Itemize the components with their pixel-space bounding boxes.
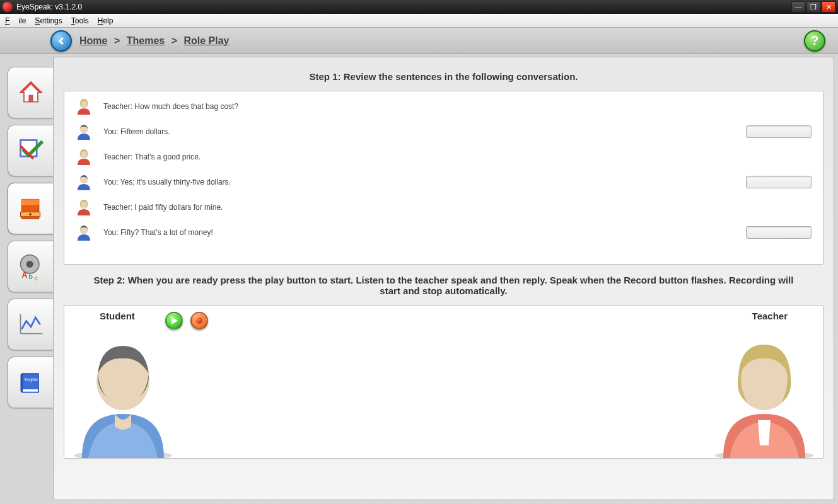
- student-avatar-large: [69, 332, 177, 458]
- menu-tools[interactable]: Tools: [71, 16, 89, 25]
- svg-text:English: English: [24, 377, 37, 382]
- svg-text:b: b: [28, 273, 33, 280]
- teacher-label: Teacher: [752, 311, 788, 321]
- student-avatar-icon: [76, 224, 92, 241]
- chart-icon: [17, 311, 45, 338]
- student-avatar-small: [76, 174, 92, 190]
- conversation-row: Teacher: How much does that bag cost?: [64, 94, 823, 119]
- sidetab-pronounce[interactable]: A b c: [8, 241, 53, 292]
- conversation-panel: Teacher: How much does that bag cost?You…: [64, 91, 823, 265]
- sidetab-chart[interactable]: [8, 299, 53, 350]
- svg-point-8: [29, 213, 32, 215]
- svg-point-10: [26, 261, 33, 268]
- back-button[interactable]: [50, 30, 72, 52]
- student-label: Student: [100, 311, 135, 321]
- conversation-row: You: Fifteen dollars.: [64, 119, 823, 144]
- menu-settings[interactable]: Settings: [35, 16, 62, 25]
- conversation-text: You: Yes; it's usually thirty-five dolla…: [103, 178, 738, 186]
- sidetab-dictionary[interactable]: English: [8, 357, 53, 408]
- breadcrumb-home[interactable]: Home: [79, 35, 107, 46]
- svg-text:c: c: [34, 275, 38, 280]
- work-area: A b c English Step 1: Review the sentenc…: [0, 54, 838, 504]
- conversation-row: Teacher: I paid fifty dollars for mine.: [64, 195, 823, 220]
- breadcrumb-themes[interactable]: Themes: [127, 35, 165, 46]
- student-avatar-small: [76, 123, 92, 140]
- progress-bar[interactable]: [746, 125, 812, 138]
- menu-bar: File Settings Tools Help: [0, 14, 838, 28]
- teacher-avatar-icon: [76, 149, 92, 165]
- conversation-text: You: Fifty? That's a lot of money!: [103, 228, 738, 237]
- sidetab-home[interactable]: [8, 67, 53, 118]
- student-avatar-icon: [76, 174, 92, 190]
- breadcrumb-sep: >: [114, 35, 120, 46]
- practice-panel: Student Teacher: [64, 305, 823, 459]
- progress-bar[interactable]: [746, 176, 812, 188]
- breadcrumb-roleplay[interactable]: Role Play: [183, 35, 229, 46]
- dictionary-icon: English: [17, 369, 45, 396]
- help-button[interactable]: ?: [804, 30, 825, 52]
- conversation-row: You: Yes; it's usually thirty-five dolla…: [64, 169, 823, 195]
- breadcrumb-sep: >: [172, 35, 177, 46]
- check-icon: [17, 137, 45, 164]
- conversation-text: Teacher: That's a good price.: [103, 152, 812, 161]
- play-button[interactable]: [165, 312, 183, 329]
- sidetab-check[interactable]: [8, 125, 53, 176]
- home-icon: [17, 79, 45, 106]
- svg-rect-1: [28, 95, 33, 102]
- main-panel: Step 1: Review the sentences in the foll…: [53, 57, 834, 500]
- title-bar: EyeSpeak: v3.1.2.0 — ❐ ✕: [0, 0, 838, 14]
- student-avatar-small: [76, 224, 92, 241]
- side-tabs: A b c English: [0, 54, 53, 504]
- svg-rect-6: [21, 199, 39, 205]
- sidetab-drawer[interactable]: [8, 183, 53, 234]
- svg-text:A: A: [21, 270, 27, 280]
- conversation-text: You: Fifteen dollars.: [103, 127, 738, 136]
- teacher-avatar-small: [76, 98, 92, 115]
- menu-help[interactable]: Help: [98, 16, 113, 25]
- teacher-avatar-small: [76, 149, 92, 165]
- conversation-row: Teacher: That's a good price.: [64, 144, 823, 169]
- pronounce-icon: A b c: [17, 253, 45, 280]
- menu-file[interactable]: File: [5, 16, 26, 25]
- minimize-button[interactable]: —: [791, 1, 805, 13]
- record-button[interactable]: [190, 312, 208, 329]
- teacher-avatar-icon: [76, 98, 92, 115]
- step1-title: Step 1: Review the sentences in the foll…: [64, 71, 823, 82]
- conversation-text: Teacher: I paid fifty dollars for mine.: [103, 203, 812, 212]
- arrow-left-icon: [55, 35, 67, 47]
- maximize-button[interactable]: ❐: [806, 1, 820, 13]
- drawer-icon: [17, 195, 45, 222]
- progress-bar[interactable]: [746, 226, 812, 239]
- conversation-row: You: Fifty? That's a lot of money!: [64, 220, 823, 245]
- teacher-avatar-large: [711, 332, 818, 458]
- svg-rect-17: [23, 389, 38, 392]
- app-icon: [3, 2, 13, 12]
- breadcrumb-bar: Home > Themes > Role Play ?: [0, 28, 838, 54]
- window-title: EyeSpeak: v3.1.2.0: [16, 3, 791, 11]
- student-avatar-icon: [76, 123, 92, 140]
- conversation-text: Teacher: How much does that bag cost?: [103, 102, 812, 111]
- close-button[interactable]: ✕: [822, 1, 835, 13]
- step2-title: Step 2: When you are ready press the pla…: [64, 275, 823, 296]
- teacher-avatar-icon: [76, 199, 92, 215]
- breadcrumb: Home > Themes > Role Play: [79, 35, 229, 47]
- teacher-avatar-small: [76, 199, 92, 215]
